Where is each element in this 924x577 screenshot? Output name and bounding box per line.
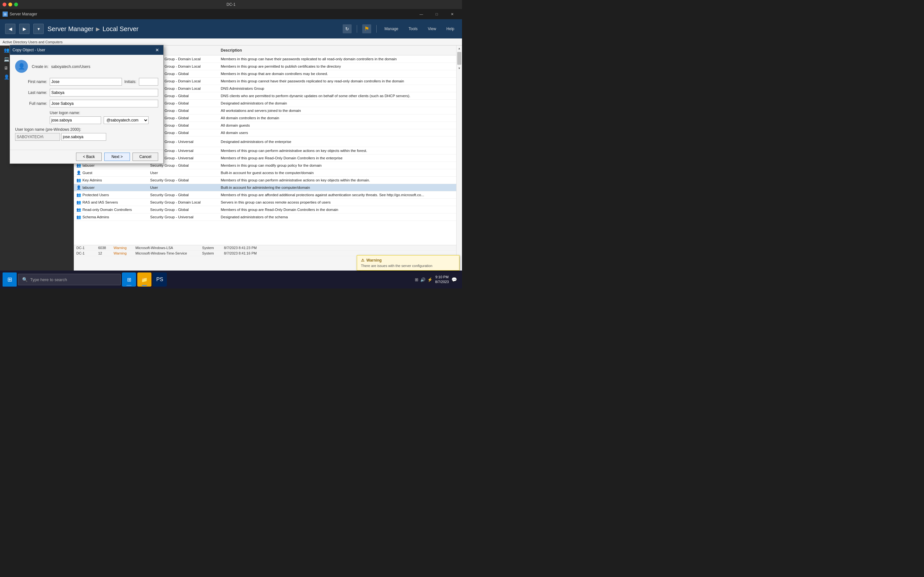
clock-date: 8/7/2023 (435, 279, 449, 284)
full-name-label: Full name: (15, 101, 47, 106)
breadcrumb-app: Server Manager (47, 25, 94, 33)
sm-window-controls: — □ ✕ (414, 9, 459, 19)
help-button[interactable]: Help (444, 25, 457, 32)
dialog-title: Copy Object - User (13, 48, 45, 52)
network-icon: ⊞ (415, 277, 418, 282)
next-button[interactable]: Next > (104, 153, 130, 161)
title-bar: DC-1 (0, 0, 462, 9)
dialog-overlay: Copy Object - User ✕ 👤 Create in: saboya… (0, 39, 462, 271)
traffic-lights (3, 3, 18, 6)
breadcrumb-separator: ▶ (96, 26, 100, 32)
start-button[interactable]: ⊞ (3, 272, 17, 287)
dialog-body: 👤 Create in: saboyatech.com/Users First … (10, 55, 163, 150)
sm-body: Active Directory Users and Computers 👥 U… (0, 39, 462, 271)
toolbar-actions: ↻ ⚑ Manage Tools View Help (342, 24, 457, 33)
back-button[interactable]: ◀ (5, 24, 15, 34)
first-name-input[interactable] (50, 78, 122, 85)
logon-name-label: User logon name: (50, 111, 158, 115)
create-in-label: Create in: (32, 64, 48, 69)
taskbar-search[interactable]: 🔍 Type here to search (18, 274, 121, 285)
initials-label: Initials: (124, 79, 136, 84)
server-manager-window: ⊞ Server Manager — □ ✕ ◀ ▶ ▾ Server Mana… (0, 9, 462, 271)
sm-titlebar-text: Server Manager (10, 12, 412, 16)
search-placeholder: Type here to search (30, 277, 67, 282)
battery-icon: ⚡ (427, 277, 433, 282)
taskbar: ⊞ 🔍 Type here to search ⊞📁PS ⊞ 🔊 ⚡ 9:10 … (0, 271, 462, 288)
nav-dropdown-button[interactable]: ▾ (33, 24, 44, 34)
cancel-button[interactable]: Cancel (132, 153, 158, 161)
logon-domain-select[interactable]: @saboyatech.com (103, 116, 149, 124)
warning-title: ⚠ Warning (361, 258, 455, 263)
forward-button[interactable]: ▶ (19, 24, 29, 34)
sm-close-button[interactable]: ✕ (445, 9, 459, 19)
clock: 9:10 PM 8/7/2023 (435, 275, 449, 285)
warning-text: There are issues with the server configu… (361, 264, 455, 268)
file-explorer-taskbar[interactable]: 📁 (137, 272, 152, 287)
pre2000-label: User logon name (pre-Windows 2000): (15, 127, 158, 132)
notification-icon[interactable]: 💬 (451, 277, 457, 282)
last-name-input[interactable] (50, 89, 158, 97)
flag-icon[interactable]: ⚑ (362, 24, 371, 33)
toolbar-divider (357, 25, 357, 33)
search-icon: 🔍 (22, 277, 27, 282)
sm-toolbar: ◀ ▶ ▾ Server Manager ▶ Local Server ↻ ⚑ … (0, 19, 462, 39)
close-window-button[interactable] (3, 3, 6, 6)
pre2000-row (15, 133, 158, 141)
clock-time: 9:10 PM (435, 275, 449, 279)
sm-titlebar: ⊞ Server Manager — □ ✕ (0, 9, 462, 19)
sm-minimize-button[interactable]: — (414, 9, 429, 19)
dialog-footer: < Back Next > Cancel (10, 150, 163, 163)
full-name-row: Full name: (15, 100, 158, 107)
full-name-input[interactable] (50, 100, 158, 107)
minimize-window-button[interactable] (8, 3, 12, 6)
pre2000-section: User logon name (pre-Windows 2000): (15, 127, 158, 141)
dialog-titlebar: Copy Object - User ✕ (10, 45, 163, 55)
last-name-row: Last name: (15, 89, 158, 97)
maximize-window-button[interactable] (14, 3, 18, 6)
initials-input[interactable] (139, 78, 158, 85)
first-name-label: First name: (15, 79, 47, 84)
last-name-label: Last name: (15, 90, 47, 95)
breadcrumb-location: Local Server (102, 25, 138, 33)
logon-name-input[interactable] (50, 116, 101, 124)
breadcrumb: Server Manager ▶ Local Server (47, 25, 139, 33)
create-in-info: Create in: saboyatech.com/Users (32, 63, 90, 69)
refresh-icon[interactable]: ↻ (342, 24, 352, 33)
volume-icon: 🔊 (420, 277, 425, 282)
back-button[interactable]: < Back (76, 153, 102, 161)
warning-notification: ⚠ Warning There are issues with the serv… (357, 255, 459, 271)
user-avatar-icon: 👤 (15, 60, 28, 73)
systray: ⊞ 🔊 ⚡ (415, 277, 433, 282)
tools-button[interactable]: Tools (406, 25, 420, 32)
copy-object-dialog: Copy Object - User ✕ 👤 Create in: saboya… (10, 45, 164, 164)
view-button[interactable]: View (425, 25, 439, 32)
logon-row: @saboyatech.com (50, 116, 158, 124)
first-name-row: First name: Initials: (15, 78, 158, 85)
dialog-close-button[interactable]: ✕ (153, 47, 161, 53)
warning-icon: ⚠ (361, 258, 365, 263)
create-in-path: saboyatech.com/Users (51, 64, 90, 69)
pre2000-domain-input (15, 133, 60, 141)
taskbar-right: ⊞ 🔊 ⚡ 9:10 PM 8/7/2023 💬 (415, 275, 459, 285)
create-in-section: 👤 Create in: saboyatech.com/Users (15, 60, 158, 73)
sm-app-icon: ⊞ (3, 11, 8, 17)
powershell-taskbar[interactable]: PS (153, 272, 167, 287)
window-title: DC-1 (226, 2, 236, 7)
server-manager-taskbar[interactable]: ⊞ (122, 272, 136, 287)
taskbar-apps: ⊞📁PS (122, 272, 414, 287)
manage-button[interactable]: Manage (382, 25, 401, 32)
sm-maximize-button[interactable]: □ (429, 9, 444, 19)
pre2000-user-input[interactable] (61, 133, 106, 141)
